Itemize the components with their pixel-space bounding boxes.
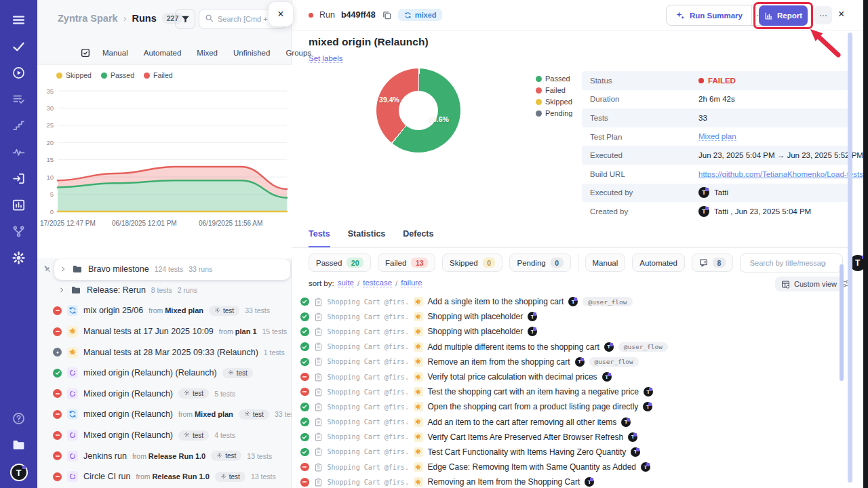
chip-count: 0 xyxy=(483,258,496,268)
search-icon xyxy=(205,13,214,25)
test-row[interactable]: Shopping Cart @firs...Verify Cart Items … xyxy=(292,430,838,445)
select-runs-icon[interactable] xyxy=(80,47,91,58)
pulse-icon[interactable] xyxy=(0,139,37,165)
run-title: mixed origin (Relaunch) xyxy=(83,409,173,419)
sort-by-failure[interactable]: failure xyxy=(401,279,422,287)
play-icon[interactable] xyxy=(0,60,37,86)
sidebar-top xyxy=(0,7,37,271)
runs-tab-automated[interactable]: Automated xyxy=(144,49,182,57)
test-chip: test xyxy=(178,430,209,441)
runs-tab-groups[interactable]: Groups xyxy=(285,49,311,57)
run-summary-button[interactable]: Run Summary ⋯ xyxy=(666,5,770,26)
list-check-icon[interactable] xyxy=(0,86,37,113)
test-row[interactable]: Shopping Cart @firs...Verify total price… xyxy=(292,369,838,384)
info-value: 2h 6m 42s xyxy=(698,95,735,103)
filter-chip-automated[interactable]: Automated xyxy=(632,253,685,272)
drawer-close-button[interactable]: × xyxy=(838,8,844,20)
run-type-badge[interactable]: mixed xyxy=(398,9,443,21)
runs-tab-mixed[interactable]: Mixed xyxy=(197,49,218,57)
tests-search[interactable] xyxy=(740,253,843,272)
run-title: mixed origin (Relaunch) xyxy=(309,36,429,48)
test-row[interactable]: Shopping Cart @firs...Test Cart Function… xyxy=(292,445,838,460)
chevron-right-icon[interactable] xyxy=(60,266,66,272)
test-title: Test Cart Functionality with Items Havin… xyxy=(428,447,627,457)
tab-defects[interactable]: Defects xyxy=(403,229,433,247)
run-row[interactable]: Circle CI runfrom Release Run 1.0test13 … xyxy=(37,466,292,487)
status-passed-icon xyxy=(300,298,309,306)
test-row[interactable]: Shopping Cart @firs...Edge Case: Removin… xyxy=(292,460,838,474)
sidebar-avatar[interactable]: T xyxy=(10,464,28,481)
test-suite: Shopping Cart @firs... xyxy=(328,403,409,411)
steps-icon[interactable] xyxy=(0,113,37,139)
filter-chip-failed[interactable]: Failed13 xyxy=(378,253,435,272)
tab-statistics[interactable]: Statistics xyxy=(348,229,386,247)
test-plan-link[interactable]: Mixed plan xyxy=(698,132,736,141)
sort-by-suite[interactable]: suite xyxy=(338,279,354,287)
test-row[interactable]: Shopping Cart @firs...Removing an Item f… xyxy=(292,474,838,488)
sort-by-testcase[interactable]: testcase xyxy=(363,279,392,287)
status-value: FAILED xyxy=(698,77,736,85)
filter-chip-passed[interactable]: Passed20 xyxy=(309,253,371,272)
legend-dot xyxy=(536,87,542,94)
more-actions-button[interactable]: ⋯ xyxy=(814,6,832,24)
test-row[interactable]: Shopping Cart @firs...Add an item to the… xyxy=(292,415,838,430)
panel-scrollbar[interactable] xyxy=(848,33,852,483)
run-row[interactable]: Jenkins runfrom Release Run 1.0test13 te… xyxy=(37,445,292,466)
runs-search-input[interactable] xyxy=(218,15,275,23)
x-axis-label: 06/19/2025 11:56 AM xyxy=(199,220,262,227)
set-labels-link[interactable]: Set labels xyxy=(309,54,343,63)
test-row[interactable]: Shopping Cart @firs...Test the shopping … xyxy=(292,384,838,399)
run-group-row[interactable]: Bravo milestone124 tests33 runs xyxy=(54,259,290,280)
branch-icon[interactable] xyxy=(0,218,37,245)
run-group-row[interactable]: Release: Rerun8 tests2 runs xyxy=(37,280,292,301)
filter-chip-pending[interactable]: Pending0 xyxy=(509,253,570,272)
run-list: Bravo milestone124 tests33 runsRelease: … xyxy=(37,259,292,488)
donut-legend: PassedFailedSkippedPending xyxy=(536,75,572,117)
tests-scrollbar[interactable] xyxy=(840,264,844,381)
panel-close-button[interactable]: × xyxy=(269,2,293,26)
run-row[interactable]: Manual tests at 17 Jun 2025 10:09from pl… xyxy=(37,321,292,342)
test-row[interactable]: Shopping Cart @firs...Shopping with plac… xyxy=(292,324,838,339)
run-row[interactable]: mixed origin (Relaunch) (Relaunch)test xyxy=(37,363,292,384)
report-button[interactable]: Report xyxy=(759,5,808,26)
run-row[interactable]: mix origin 25/06from Mixed plantest33 te… xyxy=(37,300,292,321)
tests-search-input[interactable] xyxy=(750,259,826,267)
check-icon[interactable] xyxy=(0,33,37,60)
clipboard-icon xyxy=(314,357,323,366)
filter-chip-skipped[interactable]: Skipped0 xyxy=(442,253,502,272)
breadcrumb-section[interactable]: Runs xyxy=(132,13,157,24)
custom-view-button[interactable]: Custom view xyxy=(775,277,843,291)
gear-icon[interactable] xyxy=(0,245,37,271)
menu-icon[interactable] xyxy=(0,7,37,33)
run-row[interactable]: Mixed origin (Relaunch)test4 tests xyxy=(37,425,292,446)
test-row[interactable]: Shopping Cart @firs...Shopping with plac… xyxy=(292,309,838,324)
test-row[interactable]: Shopping Cart @firs...Remove an item fro… xyxy=(292,354,838,369)
breadcrumb-project[interactable]: Zyntra Spark xyxy=(58,13,118,24)
bar-chart-icon[interactable] xyxy=(0,192,37,218)
runs-tab-manual[interactable]: Manual xyxy=(102,49,128,57)
donut-legend-failed: Failed xyxy=(536,86,572,94)
run-detail-panel: Run b449ff48 mixed Run Summary ⋯ Report xyxy=(292,0,864,488)
filter-chip-manual[interactable]: Manual xyxy=(585,253,626,272)
run-row[interactable]: Mixed origin (Relaunch)test5 tests xyxy=(37,384,292,405)
chip-label: Automated xyxy=(639,259,677,267)
tab-tests[interactable]: Tests xyxy=(309,229,330,247)
test-row[interactable]: Shopping Cart @firs...Add multiple diffe… xyxy=(292,340,838,354)
legend-dot xyxy=(101,73,107,79)
filter-button[interactable] xyxy=(175,9,195,29)
chevron-right-icon[interactable] xyxy=(58,287,65,293)
sign-in-icon[interactable] xyxy=(0,165,37,192)
comments-filter-chip[interactable]: 8 xyxy=(692,253,733,272)
run-row[interactable]: Manual tests at 28 Mar 2025 09:33 (Relau… xyxy=(37,342,292,363)
test-row[interactable]: Shopping Cart @firs...Open the shopping … xyxy=(292,399,838,414)
run-row[interactable]: mixed origin (Relaunch)from Mixed plante… xyxy=(37,404,292,425)
folder-icon[interactable] xyxy=(0,432,37,458)
copy-icon[interactable] xyxy=(382,10,392,20)
runs-tab-unfinished[interactable]: Unfinished xyxy=(233,49,270,57)
legend-passed: Passed xyxy=(101,71,134,79)
run-status-dot xyxy=(309,13,313,18)
test-title: Add an item to the cart after removing a… xyxy=(428,418,617,427)
help-icon[interactable] xyxy=(0,405,37,432)
test-row[interactable]: Shopping Cart @firs...Add a single item … xyxy=(292,294,838,309)
build-url-link[interactable]: https://github.com/TetianaKhomenko/Load-… xyxy=(698,170,868,178)
